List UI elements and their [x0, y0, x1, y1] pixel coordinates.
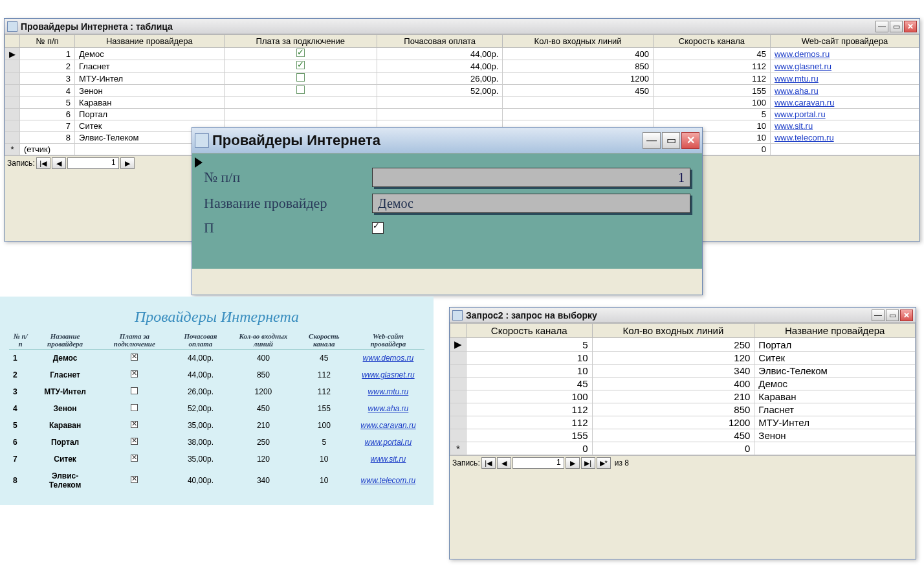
table-cell[interactable]: 400 [503, 48, 654, 60]
table-cell[interactable]: 5 [467, 338, 593, 352]
checkbox[interactable] [296, 85, 305, 94]
close-button[interactable]: ✕ [904, 21, 917, 32]
table-row[interactable]: 155450Зенон [450, 429, 916, 442]
table-cell[interactable]: Зенон [75, 85, 225, 97]
website-link[interactable]: www.mtu.ru [368, 387, 409, 396]
table-cell[interactable]: МТУ-Интел [754, 416, 916, 429]
form-field-name[interactable]: Демос [372, 194, 690, 213]
form-field-fee-checkbox[interactable] [372, 222, 384, 234]
table-cell[interactable]: 850 [592, 403, 754, 416]
table-column-header[interactable]: Скорость канала [467, 324, 593, 338]
table-cell[interactable]: Караван [75, 97, 225, 109]
row-selector[interactable] [450, 378, 467, 390]
table-cell[interactable]: 400 [592, 378, 754, 390]
row-selector[interactable]: ▶ [5, 48, 20, 60]
website-link[interactable]: www.glasnet.ru [362, 370, 414, 379]
table-cell[interactable]: 4 [20, 85, 75, 97]
row-selector[interactable] [5, 85, 20, 97]
table-cell[interactable]: www.caravan.ru [770, 97, 919, 109]
website-link[interactable]: www.demos.ru [775, 49, 830, 59]
checkbox[interactable] [296, 73, 305, 82]
nav-new-button[interactable]: ▶* [597, 457, 611, 469]
table-row[interactable]: 6Портал5www.portal.ru [5, 109, 919, 120]
nav-first-button[interactable]: |◀ [36, 157, 50, 169]
checkbox[interactable] [296, 61, 305, 69]
table-column-header[interactable]: Плата за подключение [224, 35, 377, 48]
table-cell[interactable]: 10 [467, 352, 593, 365]
nav-first-button[interactable]: |◀ [481, 457, 496, 469]
table-row[interactable]: 1121200МТУ-Интел [450, 416, 916, 429]
table-cell[interactable] [503, 109, 654, 120]
table-titlebar[interactable]: Провайдеры Интернета : таблица — ▭ ✕ [5, 19, 919, 34]
table-cell[interactable]: Караван [754, 390, 916, 403]
table-cell[interactable]: www.portal.ru [770, 109, 919, 120]
form-field-num[interactable]: 1 [372, 168, 690, 187]
website-link[interactable]: www.aha.ru [368, 404, 409, 413]
table-cell[interactable]: Демос [75, 48, 225, 60]
table-cell[interactable]: www.aha.ru [770, 85, 919, 97]
row-selector[interactable] [450, 390, 467, 403]
table-row[interactable]: 3МТУ-Интел26,00р.1200112www.mtu.ru [5, 73, 919, 85]
table-cell[interactable]: 250 [592, 338, 754, 352]
form-titlebar[interactable]: Провайдеры Интернета — ▭ ✕ [192, 128, 702, 153]
table-cell[interactable]: 120 [592, 352, 754, 365]
table-column-header[interactable]: Web-сайт провайдера [770, 35, 919, 48]
table-cell[interactable]: 210 [592, 390, 754, 403]
table-row[interactable]: ▶5250Портал [450, 338, 916, 352]
website-link[interactable]: www.caravan.ru [775, 98, 834, 107]
table-cell[interactable]: Ситек [754, 352, 916, 365]
table-cell[interactable]: 100 [467, 390, 593, 403]
table-cell[interactable] [224, 73, 377, 85]
table-cell[interactable]: 6 [20, 109, 75, 120]
table-cell[interactable]: 450 [503, 85, 654, 97]
table-cell[interactable]: Гласнет [754, 403, 916, 416]
row-selector[interactable] [5, 60, 20, 73]
table-cell[interactable]: Портал [75, 109, 225, 120]
website-link[interactable]: www.aha.ru [775, 86, 819, 96]
query-table[interactable]: Скорость каналаКол-во входных линийНазва… [450, 323, 916, 455]
minimize-button[interactable]: — [872, 310, 885, 321]
table-cell[interactable] [224, 60, 377, 73]
website-link[interactable]: www.portal.ru [775, 109, 826, 119]
table-cell[interactable]: 5 [653, 109, 770, 120]
table-cell[interactable]: 8 [20, 132, 75, 144]
website-link[interactable]: www.glasnet.ru [775, 62, 831, 71]
table-column-header[interactable]: Кол-во входных линий [503, 35, 654, 48]
table-cell[interactable]: Зенон [754, 429, 916, 442]
nav-prev-button[interactable]: ◀ [52, 157, 66, 169]
table-column-header[interactable]: Кол-во входных линий [592, 324, 754, 338]
nav-record-input[interactable]: 1 [512, 457, 564, 469]
table-cell[interactable] [224, 48, 377, 60]
table-cell[interactable]: 155 [653, 85, 770, 97]
table-row[interactable]: 45400Демос [450, 378, 916, 390]
table-column-header[interactable]: № п/п [20, 35, 75, 48]
website-link[interactable]: www.demos.ru [363, 354, 414, 363]
website-link[interactable]: www.sit.ru [775, 121, 813, 131]
table-cell[interactable]: 112 [653, 73, 770, 85]
table-cell[interactable]: 44,00р. [377, 48, 503, 60]
row-selector[interactable] [450, 416, 467, 429]
table-cell[interactable]: Элвис-Телеком [754, 365, 916, 378]
table-cell[interactable]: www.sit.ru [770, 120, 919, 132]
nav-last-button[interactable]: ▶| [581, 457, 595, 469]
row-selector[interactable] [5, 97, 20, 109]
table-cell[interactable]: 850 [503, 60, 654, 73]
table-cell[interactable] [377, 97, 503, 109]
maximize-button[interactable]: ▭ [886, 310, 899, 321]
row-selector[interactable] [450, 352, 467, 365]
website-link[interactable]: www.telecom.ru [361, 476, 416, 485]
table-cell[interactable]: Портал [754, 338, 916, 352]
table-cell[interactable]: 112 [467, 416, 593, 429]
website-link[interactable]: www.sit.ru [371, 455, 406, 464]
row-selector[interactable]: * [5, 144, 20, 155]
table-row[interactable]: 5Караван100www.caravan.ru [5, 97, 919, 109]
table-column-header[interactable]: Название провайдера [75, 35, 225, 48]
row-selector[interactable] [5, 73, 20, 85]
table-cell[interactable]: 340 [592, 365, 754, 378]
table-cell[interactable] [224, 97, 377, 109]
row-selector[interactable]: * [450, 442, 467, 455]
table-cell[interactable]: Демос [754, 378, 916, 390]
close-button[interactable]: ✕ [900, 310, 913, 321]
table-cell[interactable]: 2 [20, 60, 75, 73]
table-cell[interactable]: www.mtu.ru [770, 73, 919, 85]
